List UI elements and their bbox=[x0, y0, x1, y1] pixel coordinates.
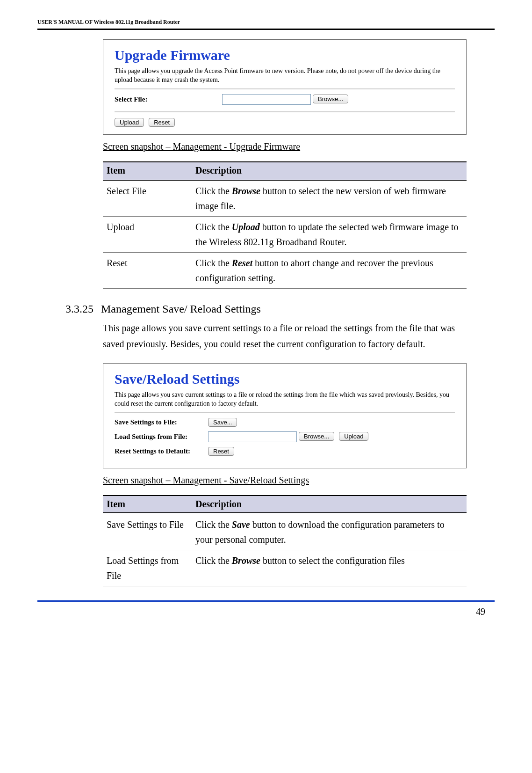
save-description-table: Item Description Save Settings to File C… bbox=[103, 495, 467, 586]
section-number: 3.3.25 bbox=[65, 303, 93, 315]
select-file-input[interactable] bbox=[222, 94, 311, 105]
col-header-desc: Description bbox=[192, 162, 467, 180]
reset-button[interactable]: Reset bbox=[208, 447, 234, 456]
save-caption: Screen snapshot – Management - Save/Relo… bbox=[103, 475, 467, 486]
panel-title: Save/Reload Settings bbox=[115, 371, 455, 387]
section-title: Management Save/ Reload Settings bbox=[101, 303, 261, 315]
col-header-desc: Description bbox=[192, 496, 467, 513]
section-body: This page allows you save current settin… bbox=[103, 320, 467, 352]
reset-settings-label: Reset Settings to Default: bbox=[115, 447, 208, 455]
cell-desc: Click the Reset button to abort change a… bbox=[192, 252, 467, 288]
upgrade-firmware-panel: Upgrade Firmware This page allows you up… bbox=[103, 39, 467, 135]
panel-description: This page allows you save current settin… bbox=[115, 391, 455, 413]
browse-button[interactable]: Browse... bbox=[299, 432, 334, 441]
manual-header: USER'S MANUAL OF Wireless 802.11g Broadb… bbox=[37, 19, 495, 29]
upgrade-caption: Screen snapshot – Management - Upgrade F… bbox=[103, 141, 467, 152]
cell-item: Upload bbox=[103, 216, 192, 252]
select-file-label: Select File: bbox=[115, 95, 194, 103]
load-settings-row: Load Settings from File: Browse... Uploa… bbox=[115, 431, 455, 442]
reset-button[interactable]: Reset bbox=[149, 118, 175, 127]
col-header-item: Item bbox=[103, 162, 192, 180]
save-settings-label: Save Settings to File: bbox=[115, 418, 208, 426]
cell-item: Load Settings from File bbox=[103, 550, 192, 586]
cell-item: Save Settings to File bbox=[103, 513, 192, 550]
browse-button[interactable]: Browse... bbox=[313, 95, 348, 103]
cell-item: Reset bbox=[103, 252, 192, 288]
section-heading: 3.3.25 Management Save/ Reload Settings bbox=[65, 303, 495, 315]
load-settings-label: Load Settings from File: bbox=[115, 433, 208, 441]
col-header-item: Item bbox=[103, 496, 192, 513]
cell-desc: Click the Save button to download the co… bbox=[192, 513, 467, 550]
cell-desc: Click the Browse button to select the co… bbox=[192, 550, 467, 586]
footer-rule bbox=[37, 600, 495, 602]
page-number: 49 bbox=[37, 606, 495, 617]
cell-desc: Click the Browse button to select the ne… bbox=[192, 180, 467, 217]
table-row: Select File Click the Browse button to s… bbox=[103, 180, 467, 217]
save-button[interactable]: Save... bbox=[208, 418, 237, 427]
panel-description: This page allows you upgrade the Access … bbox=[115, 67, 455, 89]
cell-desc: Click the Upload button to update the se… bbox=[192, 216, 467, 252]
button-row: Upload Reset bbox=[115, 111, 455, 127]
table-row: Load Settings from File Click the Browse… bbox=[103, 550, 467, 586]
upgrade-description-table: Item Description Select File Click the B… bbox=[103, 161, 467, 289]
save-reload-panel: Save/Reload Settings This page allows yo… bbox=[103, 363, 467, 468]
table-row: Save Settings to File Click the Save but… bbox=[103, 513, 467, 550]
save-settings-row: Save Settings to File: Save... bbox=[115, 418, 455, 427]
panel-title: Upgrade Firmware bbox=[115, 47, 455, 63]
header-rule bbox=[37, 29, 495, 30]
upload-button[interactable]: Upload bbox=[115, 118, 144, 127]
reset-settings-row: Reset Settings to Default: Reset bbox=[115, 447, 455, 456]
load-file-input[interactable] bbox=[208, 431, 297, 442]
cell-item: Select File bbox=[103, 180, 192, 217]
upload-button[interactable]: Upload bbox=[339, 432, 368, 441]
select-file-row: Select File: Browse... bbox=[115, 94, 455, 105]
table-row: Upload Click the Upload button to update… bbox=[103, 216, 467, 252]
table-row: Reset Click the Reset button to abort ch… bbox=[103, 252, 467, 288]
